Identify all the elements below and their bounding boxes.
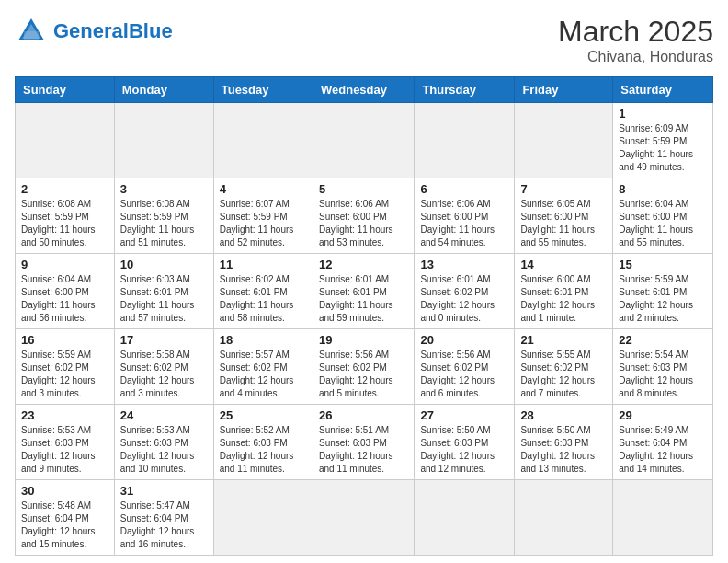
weekday-header-row: SundayMondayTuesdayWednesdayThursdayFrid… xyxy=(16,77,713,103)
day-info: Sunrise: 5:59 AM Sunset: 6:02 PM Dayligh… xyxy=(21,349,108,400)
calendar-cell: 5Sunrise: 6:06 AM Sunset: 6:00 PM Daylig… xyxy=(313,178,414,254)
day-number: 26 xyxy=(319,408,408,422)
calendar-cell: 7Sunrise: 6:05 AM Sunset: 6:00 PM Daylig… xyxy=(515,178,613,254)
day-info: Sunrise: 5:52 AM Sunset: 6:03 PM Dayligh… xyxy=(220,424,307,476)
weekday-header: Sunday xyxy=(16,77,115,103)
calendar-cell: 2Sunrise: 6:08 AM Sunset: 5:59 PM Daylig… xyxy=(16,178,115,254)
calendar-cell: 19Sunrise: 5:56 AM Sunset: 6:02 PM Dayli… xyxy=(313,329,414,405)
day-info: Sunrise: 5:56 AM Sunset: 6:02 PM Dayligh… xyxy=(319,349,408,400)
calendar-cell: 1Sunrise: 6:09 AM Sunset: 5:59 PM Daylig… xyxy=(613,103,713,178)
day-info: Sunrise: 5:53 AM Sunset: 6:03 PM Dayligh… xyxy=(21,424,108,476)
weekday-header: Friday xyxy=(515,77,613,103)
day-number: 5 xyxy=(319,182,408,196)
page-header: GeneralBlue March 2025 Chivana, Honduras xyxy=(15,15,713,65)
day-number: 15 xyxy=(619,258,707,271)
calendar-week-row: 9Sunrise: 6:04 AM Sunset: 6:00 PM Daylig… xyxy=(16,254,713,329)
day-info: Sunrise: 5:56 AM Sunset: 6:02 PM Dayligh… xyxy=(420,349,508,400)
day-info: Sunrise: 6:01 AM Sunset: 6:01 PM Dayligh… xyxy=(319,273,408,325)
day-number: 21 xyxy=(520,333,607,347)
calendar-cell xyxy=(415,480,515,556)
day-info: Sunrise: 5:50 AM Sunset: 6:03 PM Dayligh… xyxy=(420,424,508,476)
logo: GeneralBlue xyxy=(15,15,173,48)
day-number: 1 xyxy=(619,107,707,121)
day-info: Sunrise: 5:50 AM Sunset: 6:03 PM Dayligh… xyxy=(520,424,607,476)
day-info: Sunrise: 5:55 AM Sunset: 6:02 PM Dayligh… xyxy=(520,349,607,400)
weekday-header: Thursday xyxy=(415,77,515,103)
calendar-cell xyxy=(16,103,115,178)
day-info: Sunrise: 6:08 AM Sunset: 5:59 PM Dayligh… xyxy=(120,198,208,249)
title-block: March 2025 Chivana, Honduras xyxy=(558,15,713,65)
day-info: Sunrise: 5:54 AM Sunset: 6:03 PM Dayligh… xyxy=(619,349,707,400)
calendar-week-row: 2Sunrise: 6:08 AM Sunset: 5:59 PM Daylig… xyxy=(16,178,713,254)
day-number: 19 xyxy=(319,333,408,347)
day-number: 24 xyxy=(120,408,208,422)
day-info: Sunrise: 6:06 AM Sunset: 6:00 PM Dayligh… xyxy=(420,198,508,249)
calendar-cell: 8Sunrise: 6:04 AM Sunset: 6:00 PM Daylig… xyxy=(613,178,713,254)
calendar-week-row: 16Sunrise: 5:59 AM Sunset: 6:02 PM Dayli… xyxy=(16,329,713,405)
day-info: Sunrise: 6:04 AM Sunset: 6:00 PM Dayligh… xyxy=(619,198,707,249)
day-info: Sunrise: 6:07 AM Sunset: 5:59 PM Dayligh… xyxy=(220,198,307,249)
day-info: Sunrise: 5:59 AM Sunset: 6:01 PM Dayligh… xyxy=(619,273,707,325)
day-info: Sunrise: 5:57 AM Sunset: 6:02 PM Dayligh… xyxy=(220,349,307,400)
calendar-cell xyxy=(313,103,414,178)
day-number: 22 xyxy=(619,333,707,347)
day-number: 8 xyxy=(619,182,707,196)
calendar-cell: 25Sunrise: 5:52 AM Sunset: 6:03 PM Dayli… xyxy=(213,405,313,480)
calendar-cell: 30Sunrise: 5:48 AM Sunset: 6:04 PM Dayli… xyxy=(16,480,115,556)
day-info: Sunrise: 6:09 AM Sunset: 5:59 PM Dayligh… xyxy=(619,122,707,174)
day-number: 3 xyxy=(120,182,208,196)
calendar-table: SundayMondayTuesdayWednesdayThursdayFrid… xyxy=(15,76,713,556)
day-number: 10 xyxy=(120,258,208,271)
day-info: Sunrise: 6:03 AM Sunset: 6:01 PM Dayligh… xyxy=(120,273,208,325)
logo-general: General xyxy=(53,19,129,42)
logo-icon xyxy=(15,15,48,48)
calendar-cell xyxy=(415,103,515,178)
logo-blue: Blue xyxy=(129,19,173,42)
day-info: Sunrise: 6:06 AM Sunset: 6:00 PM Dayligh… xyxy=(319,198,408,249)
day-number: 12 xyxy=(319,258,408,271)
day-number: 27 xyxy=(420,408,508,422)
calendar-cell xyxy=(114,103,213,178)
day-number: 18 xyxy=(220,333,307,347)
day-info: Sunrise: 6:08 AM Sunset: 5:59 PM Dayligh… xyxy=(21,198,108,249)
calendar-cell xyxy=(313,480,414,556)
calendar-cell: 17Sunrise: 5:58 AM Sunset: 6:02 PM Dayli… xyxy=(114,329,213,405)
day-number: 13 xyxy=(420,258,508,271)
day-number: 29 xyxy=(619,408,707,422)
day-info: Sunrise: 6:00 AM Sunset: 6:01 PM Dayligh… xyxy=(520,273,607,325)
day-info: Sunrise: 6:01 AM Sunset: 6:02 PM Dayligh… xyxy=(420,273,508,325)
day-number: 30 xyxy=(21,484,108,498)
calendar-cell: 31Sunrise: 5:47 AM Sunset: 6:04 PM Dayli… xyxy=(114,480,213,556)
day-info: Sunrise: 6:04 AM Sunset: 6:00 PM Dayligh… xyxy=(21,273,108,325)
month-title: March 2025 xyxy=(558,15,713,49)
day-number: 31 xyxy=(120,484,208,498)
calendar-cell: 26Sunrise: 5:51 AM Sunset: 6:03 PM Dayli… xyxy=(313,405,414,480)
calendar-cell: 9Sunrise: 6:04 AM Sunset: 6:00 PM Daylig… xyxy=(16,254,115,329)
calendar-cell: 27Sunrise: 5:50 AM Sunset: 6:03 PM Dayli… xyxy=(415,405,515,480)
calendar-cell: 15Sunrise: 5:59 AM Sunset: 6:01 PM Dayli… xyxy=(613,254,713,329)
day-number: 2 xyxy=(21,182,108,196)
weekday-header: Saturday xyxy=(613,77,713,103)
day-info: Sunrise: 6:05 AM Sunset: 6:00 PM Dayligh… xyxy=(520,198,607,249)
calendar-cell: 13Sunrise: 6:01 AM Sunset: 6:02 PM Dayli… xyxy=(415,254,515,329)
day-info: Sunrise: 5:47 AM Sunset: 6:04 PM Dayligh… xyxy=(120,500,208,551)
weekday-header: Wednesday xyxy=(313,77,414,103)
weekday-header: Monday xyxy=(114,77,213,103)
weekday-header: Tuesday xyxy=(213,77,313,103)
calendar-cell: 22Sunrise: 5:54 AM Sunset: 6:03 PM Dayli… xyxy=(613,329,713,405)
svg-rect-2 xyxy=(24,31,39,40)
calendar-cell: 4Sunrise: 6:07 AM Sunset: 5:59 PM Daylig… xyxy=(213,178,313,254)
calendar-cell: 3Sunrise: 6:08 AM Sunset: 5:59 PM Daylig… xyxy=(114,178,213,254)
day-number: 4 xyxy=(220,182,307,196)
day-info: Sunrise: 5:48 AM Sunset: 6:04 PM Dayligh… xyxy=(21,500,108,551)
day-info: Sunrise: 5:51 AM Sunset: 6:03 PM Dayligh… xyxy=(319,424,408,476)
day-info: Sunrise: 6:02 AM Sunset: 6:01 PM Dayligh… xyxy=(220,273,307,325)
calendar-cell: 24Sunrise: 5:53 AM Sunset: 6:03 PM Dayli… xyxy=(114,405,213,480)
day-number: 17 xyxy=(120,333,208,347)
day-number: 23 xyxy=(21,408,108,422)
calendar-cell: 29Sunrise: 5:49 AM Sunset: 6:04 PM Dayli… xyxy=(613,405,713,480)
calendar-cell: 28Sunrise: 5:50 AM Sunset: 6:03 PM Dayli… xyxy=(515,405,613,480)
logo-text: GeneralBlue xyxy=(53,21,173,41)
day-number: 28 xyxy=(520,408,607,422)
day-info: Sunrise: 5:49 AM Sunset: 6:04 PM Dayligh… xyxy=(619,424,707,476)
